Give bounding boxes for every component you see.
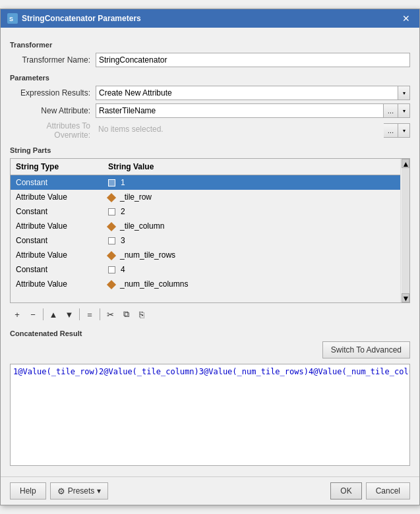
presets-label: Presets [68, 486, 95, 496]
expression-results-row: Expression Results: Create New Attribute… [10, 86, 410, 100]
dialog-content: Transformer Transformer Name: Parameters… [1, 28, 419, 472]
new-attribute-dropdown-btn[interactable]: ▾ [398, 103, 410, 118]
table-row[interactable]: Constant1 [11, 175, 400, 190]
copy-button[interactable]: ⧉ [119, 307, 133, 322]
constant-icon [108, 178, 118, 187]
string-parts-section: String Parts String Type String Value Co… [10, 146, 410, 323]
constant-icon [108, 265, 118, 274]
cell-value-text: _num_tile_columns [120, 279, 188, 289]
table-header: String Type String Value [11, 159, 400, 175]
table-row[interactable]: Attribute Value_num_tile_columns [11, 277, 400, 291]
new-attribute-select[interactable]: RasterTileName [96, 103, 384, 118]
table-row[interactable]: Attribute Value_tile_row [11, 190, 400, 204]
constant-icon [108, 207, 118, 216]
toolbar-separator-1 [43, 308, 44, 320]
string-parts-table-inner: String Type String Value Constant1Attrib… [11, 159, 400, 302]
toolbar-separator-2 [79, 308, 80, 320]
column-header-string-value: String Value [103, 161, 400, 173]
cell-string-value: _tile_column [103, 220, 400, 232]
cell-string-type: Constant [11, 206, 103, 217]
expression-results-select[interactable]: Create New Attribute [96, 86, 398, 100]
svg-text:S: S [9, 16, 13, 22]
string-parts-label: String Parts [10, 146, 410, 154]
attribute-value-icon [108, 279, 117, 289]
new-attribute-row: New Attribute: RasterTileName … ▾ [10, 103, 410, 118]
table-row[interactable]: Attribute Value_tile_column [11, 219, 400, 233]
attributes-overwrite-ellipsis-btn[interactable]: … [384, 123, 398, 138]
constant-icon [108, 236, 118, 245]
attribute-value-icon [108, 221, 117, 231]
toolbar-separator-3 [100, 308, 100, 320]
dialog-window: S StringConcatenator Parameters ✕ Transf… [0, 9, 420, 505]
attribute-value-icon [108, 250, 117, 260]
remove-row-button[interactable]: − [26, 307, 40, 322]
cell-string-value: 3 [103, 235, 400, 246]
string-parts-table-wrapper: String Type String Value Constant1Attrib… [10, 158, 410, 303]
dialog-footer: Help ⚙ Presets ▾ OK Cancel [1, 476, 419, 505]
expression-results-label: Expression Results: [10, 88, 96, 98]
cell-value-text: 4 [121, 265, 125, 274]
move-down-button[interactable]: ▼ [62, 307, 76, 322]
presets-button[interactable]: ⚙ Presets ▾ [50, 482, 109, 500]
transformer-section-label: Transformer [10, 41, 410, 49]
attributes-overwrite-label: Attributes To Overwrite: [10, 121, 96, 140]
attributes-overwrite-dropdown-btn[interactable]: ▾ [398, 123, 410, 138]
new-attribute-ellipsis-btn[interactable]: … [384, 103, 398, 118]
cell-string-value: _num_tile_rows [103, 249, 400, 261]
cell-value-text: 3 [121, 236, 125, 245]
cell-string-type: Constant [11, 177, 103, 188]
cell-string-value: 2 [103, 206, 400, 217]
equals-button[interactable]: = [82, 307, 97, 322]
cell-string-type: Attribute Value [11, 191, 103, 203]
cell-string-value: 1 [103, 177, 400, 188]
presets-dropdown-arrow: ▾ [97, 486, 101, 496]
cell-string-value: _num_tile_columns [103, 278, 400, 290]
transformer-name-input[interactable] [96, 53, 410, 67]
title-text: StringConcatenator Parameters [22, 14, 141, 23]
cell-string-type: Attribute Value [11, 249, 103, 261]
footer-right: OK Cancel [330, 482, 410, 500]
presets-gear-icon: ⚙ [57, 486, 65, 496]
cut-button[interactable]: ✂ [103, 307, 117, 322]
string-parts-toolbar: + − ▲ ▼ = ✂ ⧉ ⎘ [10, 306, 410, 323]
attribute-value-icon [108, 192, 117, 202]
table-body: Constant1Attribute Value_tile_rowConstan… [11, 175, 400, 302]
cell-string-type: Constant [11, 264, 103, 275]
cell-string-value: 4 [103, 264, 400, 275]
cell-value-text: _tile_row [120, 192, 152, 202]
app-icon: S [7, 13, 18, 24]
cell-string-type: Attribute Value [11, 278, 103, 290]
expression-results-dropdown-btn[interactable]: ▾ [398, 86, 410, 100]
cancel-button[interactable]: Cancel [366, 482, 410, 500]
cell-string-type: Constant [11, 235, 103, 246]
new-attribute-group: RasterTileName … ▾ [96, 103, 410, 118]
attributes-overwrite-value: No items selected. [96, 123, 384, 138]
cell-value-text: _num_tile_rows [120, 250, 175, 260]
paste-button[interactable]: ⎘ [135, 307, 149, 322]
transformer-name-row: Transformer Name: [10, 53, 410, 67]
table-row[interactable]: Constant4 [11, 262, 400, 277]
transformer-name-label: Transformer Name: [10, 55, 96, 65]
close-button[interactable]: ✕ [400, 14, 413, 23]
table-scrollbar[interactable]: ▲ ▼ [400, 159, 409, 302]
table-row[interactable]: Attribute Value_num_tile_rows [11, 248, 400, 262]
cell-string-value: _tile_row [103, 191, 400, 203]
table-row[interactable]: Constant3 [11, 233, 400, 248]
footer-left: Help ⚙ Presets ▾ [10, 482, 108, 500]
ok-button[interactable]: OK [330, 482, 361, 500]
cell-value-text: _tile_column [120, 221, 164, 231]
table-row[interactable]: Constant2 [11, 204, 400, 219]
help-button[interactable]: Help [10, 482, 46, 500]
cell-value-text: 1 [121, 178, 125, 187]
attributes-overwrite-row: Attributes To Overwrite: No items select… [10, 121, 410, 140]
attributes-overwrite-group: No items selected. … ▾ [96, 123, 410, 138]
column-header-string-type: String Type [11, 161, 103, 173]
cell-value-text: 2 [121, 207, 125, 216]
concatenated-result-section: Concatenated Result Switch To Advanced 1… [10, 329, 410, 466]
switch-to-advanced-button[interactable]: Switch To Advanced [322, 341, 410, 358]
move-up-button[interactable]: ▲ [46, 307, 61, 322]
title-bar: S StringConcatenator Parameters ✕ [1, 9, 419, 28]
parameters-section-label: Parameters [10, 74, 410, 82]
expression-results-group: Create New Attribute ▾ [96, 86, 410, 100]
add-row-button[interactable]: + [10, 307, 24, 322]
